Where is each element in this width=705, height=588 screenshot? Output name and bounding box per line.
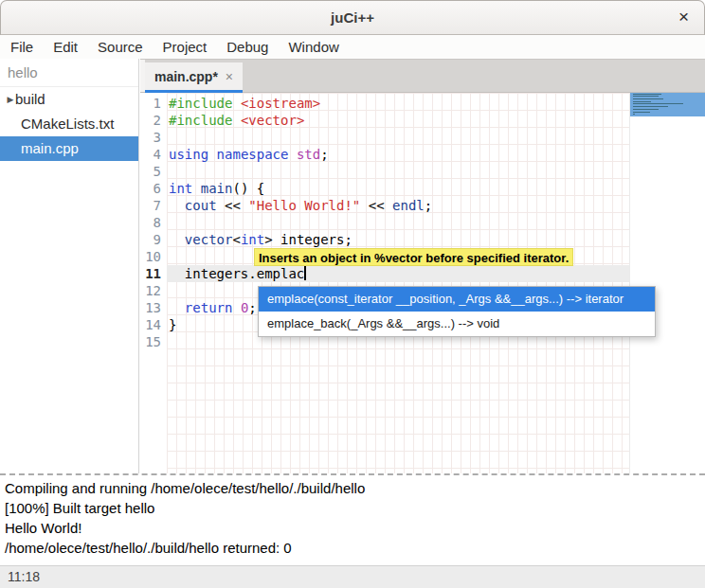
code-token: () { <box>232 181 264 196</box>
code-line-content[interactable]: integers.emplac <box>167 265 629 282</box>
status-bar: 11:18 <box>0 565 705 588</box>
line-number: 7 <box>140 197 167 214</box>
source-map-code-line <box>633 114 635 115</box>
code-line[interactable]: 2#include <vector> <box>140 112 629 129</box>
code-line-content[interactable]: vector<int> integers; <box>167 231 629 248</box>
line-number: 5 <box>140 163 167 180</box>
code-line[interactable]: 8 <box>140 214 629 231</box>
code-token <box>169 232 185 247</box>
code-token: > integers; <box>264 232 352 247</box>
file-tree: ▶buildCMakeLists.txtmain.cpp <box>0 87 138 161</box>
menu-item-project[interactable]: Project <box>155 35 215 59</box>
window-title: juCi++ <box>1 1 704 35</box>
code-token: ; <box>248 300 256 315</box>
expander-icon[interactable]: ▶ <box>0 87 15 112</box>
menu-item-file[interactable]: File <box>3 35 41 59</box>
code-token: endl <box>392 198 425 213</box>
tab-main-cpp[interactable]: main.cpp* × <box>145 62 243 93</box>
code-token: < <box>232 232 240 247</box>
tree-item-label: CMakeLists.txt <box>21 112 114 136</box>
code-line-content[interactable] <box>167 129 629 146</box>
code-line-content[interactable]: #include <vector> <box>167 112 629 129</box>
menu-item-window[interactable]: Window <box>280 35 346 59</box>
code-line[interactable]: 11 integers.emplac <box>140 265 629 282</box>
titlebar: juCi++ × <box>0 0 705 35</box>
code-line[interactable]: 6int main() { <box>140 180 629 197</box>
code-line[interactable]: 3 <box>140 129 629 146</box>
code-token: main <box>201 181 233 196</box>
completion-item[interactable]: emplace(const_iterator __position, _Args… <box>259 287 655 312</box>
menubar: FileEditSourceProjectDebugWindow <box>0 35 705 59</box>
code-token <box>169 300 185 315</box>
line-number: 11 <box>140 265 167 282</box>
line-number: 13 <box>140 299 167 316</box>
code-token: ; <box>425 198 432 213</box>
project-header: hello <box>0 59 138 87</box>
line-number: 15 <box>140 333 167 350</box>
line-number: 12 <box>140 282 167 299</box>
line-number: 6 <box>140 180 167 197</box>
menu-item-debug[interactable]: Debug <box>219 35 276 59</box>
code-token: std <box>297 147 320 162</box>
source-map-code-line <box>633 112 650 113</box>
code-line-content[interactable]: #include <iostream> <box>167 95 629 112</box>
code-token <box>232 96 240 111</box>
line-number: 14 <box>140 316 167 333</box>
code-line-content[interactable] <box>167 163 629 180</box>
tree-item-label: build <box>15 87 45 112</box>
source-map-view-indicator[interactable] <box>630 93 705 116</box>
code-token: namespace <box>217 147 289 162</box>
line-number: 3 <box>140 129 167 146</box>
output-line: Compiling and running /home/olece/test/h… <box>5 478 705 498</box>
line-number: 4 <box>140 146 167 163</box>
source-map-code-line <box>633 98 663 99</box>
completion-doc-tooltip: Inserts an object in %vector before spec… <box>254 248 573 266</box>
tree-item-main-cpp[interactable]: main.cpp <box>0 136 138 161</box>
code-token <box>169 198 185 213</box>
code-line-content[interactable]: using namespace std; <box>167 146 629 163</box>
code-token: vector <box>185 232 233 247</box>
menu-item-source[interactable]: Source <box>90 35 151 59</box>
line-number: 9 <box>140 231 167 248</box>
code-token: int <box>169 181 192 196</box>
code-line[interactable]: 7 cout << "Hello World!" << endl; <box>140 197 629 214</box>
code-line[interactable]: 5 <box>140 163 629 180</box>
code-token <box>232 113 240 128</box>
menu-item-edit[interactable]: Edit <box>45 35 85 59</box>
code-token: integers.emplac <box>169 266 304 281</box>
cursor-position: 11:18 <box>8 566 40 588</box>
tab-close-icon[interactable]: × <box>226 69 233 84</box>
code-line-content[interactable]: cout << "Hello World!" << endl; <box>167 197 629 214</box>
source-map-code-line <box>633 103 683 104</box>
tree-item-cmakelists-txt[interactable]: CMakeLists.txt <box>0 112 138 136</box>
code-token: cout <box>185 198 217 213</box>
completion-item[interactable]: emplace_back(_Args &&__args...) --> void <box>259 312 655 336</box>
output-panel: Compiling and running /home/olece/test/h… <box>0 475 705 565</box>
code-line-content[interactable] <box>167 214 629 231</box>
source-map[interactable] <box>629 93 705 473</box>
code-token <box>288 147 296 162</box>
code-line[interactable]: 4using namespace std; <box>140 146 629 163</box>
output-line: /home/olece/test/hello/./build/hello ret… <box>5 538 705 558</box>
tree-item-build[interactable]: ▶build <box>0 87 138 112</box>
source-map-code-line <box>633 109 659 110</box>
code-token <box>208 147 216 162</box>
line-number: 10 <box>140 248 167 265</box>
code-line[interactable]: 1#include <iostream> <box>140 95 629 112</box>
code-token <box>192 181 200 196</box>
output-line: [100%] Built target hello <box>5 498 705 518</box>
code-line[interactable]: 9 vector<int> integers; <box>140 231 629 248</box>
code-token: #include <box>169 96 232 111</box>
code-token: #include <box>169 113 232 128</box>
code-token: <iostream> <box>241 96 320 111</box>
window-close-icon[interactable]: × <box>673 1 695 35</box>
code-editor[interactable]: 1#include <iostream>2#include <vector>34… <box>140 93 629 473</box>
line-number: 1 <box>140 95 167 112</box>
code-line-content[interactable]: int main() { <box>167 180 629 197</box>
code-token <box>232 300 240 315</box>
file-tree-sidebar: hello ▶buildCMakeLists.txtmain.cpp <box>0 59 139 473</box>
code-token: int <box>241 232 264 247</box>
code-token: <vector> <box>241 113 304 128</box>
text-cursor <box>304 266 306 280</box>
output-line: Hello World! <box>5 518 705 538</box>
